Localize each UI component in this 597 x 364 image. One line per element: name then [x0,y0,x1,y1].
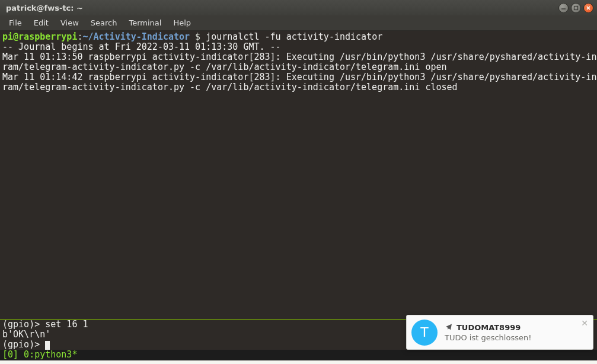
prompt-userhost: pi@raspberrypi [2,31,77,42]
minimize-button[interactable] [558,3,569,13]
tmux-status-line: [0] 0:python3* [0,350,597,360]
close-button[interactable] [583,3,593,13]
prompt-cwd: ~/Activity-Indicator [82,31,190,42]
prompt-sigil: $ [190,31,206,42]
prompt-command: journalctl -fu activity-indicator [206,31,382,42]
journal-line: ram/telegram-activity-indicator.py -c /v… [2,62,447,72]
journal-line: ram/telegram-activity-indicator.py -c /v… [2,82,458,92]
notification-avatar-letter: T [420,325,428,340]
maximize-button[interactable] [571,3,581,13]
notification-avatar: T [411,320,438,346]
menu-edit[interactable]: Edit [28,17,54,29]
telegram-icon [445,323,453,332]
menu-help[interactable]: Help [168,17,196,29]
svg-rect-1 [574,6,578,9]
journal-line: Mar 11 01:13:50 raspberrypi activity-ind… [2,52,597,62]
journal-line: -- Journal begins at Fri 2022-03-11 01:1… [2,41,281,52]
gpio-line: (gpio)> set 16 1 [2,320,88,330]
notification-close-button[interactable]: ✕ [581,319,588,327]
window-title: patrick@fws-tc: ~ [6,4,558,12]
terminal-cursor [45,341,50,350]
window-titlebar: patrick@fws-tc: ~ [0,0,597,15]
menu-file[interactable]: File [4,17,27,29]
journal-line: Mar 11 01:14:42 raspberrypi activity-ind… [2,72,597,82]
menu-terminal[interactable]: Terminal [123,17,167,29]
notification-popup[interactable]: T TUDOMAT8999 TUDO ist geschlossen! ✕ [406,315,593,350]
desktop-footer [0,360,597,364]
terminal-pane-upper[interactable]: pi@raspberrypi:~/Activity-Indicator $ jo… [0,31,597,319]
gpio-line: b'OK\r\n' [2,329,50,340]
notification-message: TUDO ist geschlossen! [445,333,587,342]
gpio-prompt: (gpio)> [2,339,45,350]
notification-sender: TUDOMAT8999 [456,323,521,332]
menubar: File Edit View Search Terminal Help [0,15,597,31]
tmux-status-text: [0] 0:python3* [2,349,77,360]
window-buttons [558,3,593,13]
menu-view[interactable]: View [55,17,84,29]
notification-body: TUDOMAT8999 TUDO ist geschlossen! [445,323,587,342]
menu-search[interactable]: Search [85,17,123,29]
